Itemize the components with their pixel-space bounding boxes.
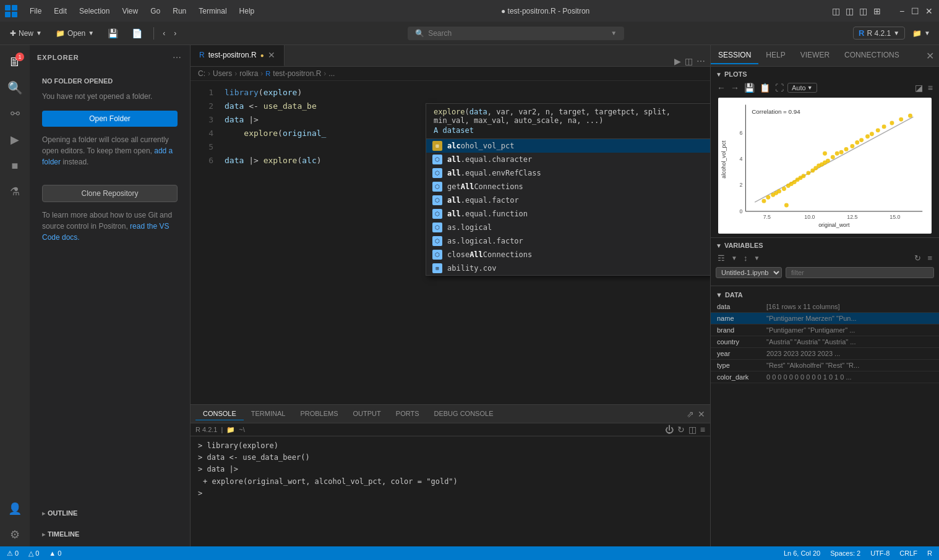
chevron-down-icon[interactable]: ▼ [729,254,739,262]
activity-account[interactable]: 👤 [3,497,27,520]
statusbar-errors[interactable]: ⚠ 0 [5,549,20,558]
statusbar-language[interactable]: R [925,549,934,557]
chevron-down-icon[interactable]: ▼ [716,71,722,78]
activity-search[interactable]: 🔍 [3,76,27,100]
timeline-toggle[interactable]: ▸ TIMELINE [42,530,178,538]
data-section-header[interactable]: ▼ DATA [711,289,939,301]
autocomplete-item-9[interactable]: ⊞ ability.cov [426,261,710,275]
plot-zoom[interactable]: ⛶ [774,82,785,94]
maximize-button[interactable]: ☐ [911,6,920,16]
autocomplete-item-4[interactable]: ⬡ all.equal.factor [426,193,710,207]
statusbar-info[interactable]: ▲ 0 [47,549,63,557]
outline-toggle[interactable]: ▸ OUTLINE [42,509,178,517]
breadcrumb-more[interactable]: ... [328,69,335,78]
plot-save[interactable]: 💾 [743,82,756,94]
layout-btn-2[interactable]: ◫ [845,6,855,16]
chevron-down-icon[interactable]: ▼ [716,242,722,249]
menu-terminal[interactable]: Terminal [194,6,231,17]
open-button[interactable]: 📁 Open ▼ [51,27,99,40]
vars-more-button[interactable]: ≡ [925,253,934,263]
console-tab-ports[interactable]: PORTS [388,407,427,420]
console-tab-terminal[interactable]: TERMINAL [244,407,293,420]
activity-extensions[interactable]: ■ [3,154,27,177]
autocomplete-item-7[interactable]: ⬡ as.logical.factor [426,234,710,248]
table-row[interactable]: data[161 rows x 11 columns] [711,301,939,313]
table-row[interactable]: name"Puntigamer Maerzen" "Pun... [711,313,939,325]
new-button[interactable]: ✚ New ▼ [5,27,47,40]
table-row[interactable]: color_dark0 0 0 0 0 0 0 0 0 0 1 0 1 0 ..… [711,371,939,383]
autocomplete-item-5[interactable]: ⬡ all.equal.function [426,207,710,221]
maximize-panel-button[interactable]: ⇗ [687,409,694,419]
autocomplete-item-3[interactable]: ⬡ getAllConnections [426,180,710,193]
statusbar-line-ending[interactable]: CRLF [898,549,919,557]
menu-file[interactable]: File [25,6,46,17]
grid-view-button[interactable]: ☶ [716,253,727,263]
close-panel-button[interactable]: ✕ [698,409,705,419]
statusbar-warnings[interactable]: △ 0 [27,549,41,558]
folder-open-button[interactable]: 📁 ▼ [909,28,934,39]
activity-lab[interactable]: ⚗ [3,180,27,203]
autocomplete-item-1[interactable]: ⬡ all.equal.character [426,153,710,166]
autocomplete-item-2[interactable]: ⬡ all.equal.envRefClass [426,166,710,180]
console-tab-debug[interactable]: DEBUG CONSOLE [427,407,501,420]
tab-connections[interactable]: CONNECTIONS [837,47,907,64]
tab-help[interactable]: HELP [758,47,792,64]
search-bar[interactable]: 🔍 Search ▼ [408,27,624,40]
clone-repository-button[interactable]: Clone Repository [42,185,178,202]
filter-input[interactable] [786,267,934,278]
plot-nav-forward[interactable]: → [729,82,740,94]
refresh-vars-button[interactable]: ↻ [912,253,923,263]
minimize-button[interactable]: − [897,6,907,16]
statusbar-spaces[interactable]: Spaces: 2 [828,549,862,557]
console-tab-output[interactable]: OUTPUT [346,407,388,420]
autocomplete-item-8[interactable]: ⬡ closeAllConnections [426,248,710,261]
nav-back-button[interactable]: ‹ [160,27,168,40]
menu-selection[interactable]: Selection [74,6,114,17]
menu-go[interactable]: Go [145,6,165,17]
run-button[interactable]: ▶ [674,56,681,66]
plot-more[interactable]: ≡ [927,82,934,94]
layout-btn-3[interactable]: ◫ [859,6,868,16]
close-button[interactable]: ✕ [924,6,934,16]
layout-btn-4[interactable]: ⊞ [872,6,882,16]
console-tab-console[interactable]: CONSOLE [195,407,244,420]
editor-tab-test-positron[interactable]: R test-positron.R ● ✕ [191,45,285,66]
plot-grid-view[interactable]: ◪ [914,82,924,94]
menu-edit[interactable]: Edit [49,6,72,17]
split-editor-button[interactable]: ◫ [685,56,693,66]
power-button[interactable]: ⏻ [665,425,674,435]
table-row[interactable]: type"Rest" "Alkoholfrei" "Rest" "R... [711,360,939,371]
activity-source-control[interactable]: ⚯ [3,102,27,125]
console-tab-problems[interactable]: PROBLEMS [293,407,345,420]
console-content[interactable]: > library(explore) > data <- use_data_be… [191,436,710,546]
statusbar-encoding[interactable]: UTF-8 [868,549,891,557]
plot-nav-back[interactable]: ← [716,82,727,94]
refresh-button[interactable]: ↻ [677,425,685,435]
menu-help[interactable]: Help [234,6,260,17]
table-row[interactable]: year2023 2023 2023 2023 ... [711,348,939,360]
save-as-button[interactable]: 📄 [127,27,147,40]
table-row[interactable]: country"Austria" "Austria" "Austria" ... [711,336,939,348]
layout-btn-1[interactable]: ◫ [831,6,841,16]
menu-view[interactable]: View [117,6,143,17]
nav-forward-button[interactable]: › [171,27,179,40]
open-folder-button[interactable]: Open Folder [42,111,178,127]
tab-session[interactable]: SESSION [711,47,758,64]
console-split-button[interactable]: ◫ [688,425,697,435]
autocomplete-item-0[interactable]: ⊞ alcohol_vol_pct data [426,139,710,153]
breadcrumb-rolkra[interactable]: rolkra [239,69,258,78]
activity-explorer[interactable]: 🗎 1 [3,50,27,74]
sort-button[interactable]: ↕ [742,253,750,263]
breadcrumb-file[interactable]: test-positron.R [273,69,321,78]
more-options-button[interactable]: ⋯ [697,56,705,66]
chevron-down-icon-2[interactable]: ▼ [752,254,761,262]
table-row[interactable]: brand"Puntigamer" "Puntigamer" ... [711,325,939,336]
plot-copy[interactable]: 📋 [758,82,771,94]
autocomplete-item-6[interactable]: ⬡ as.logical [426,221,710,234]
activity-run[interactable]: ▶ [3,128,27,151]
more-actions-button[interactable]: ⋯ [171,51,182,64]
right-panel-close-button[interactable]: ✕ [921,50,939,62]
console-more-button[interactable]: ≡ [700,425,705,435]
menu-run[interactable]: Run [168,6,191,17]
breadcrumb-users[interactable]: Users [213,69,232,78]
